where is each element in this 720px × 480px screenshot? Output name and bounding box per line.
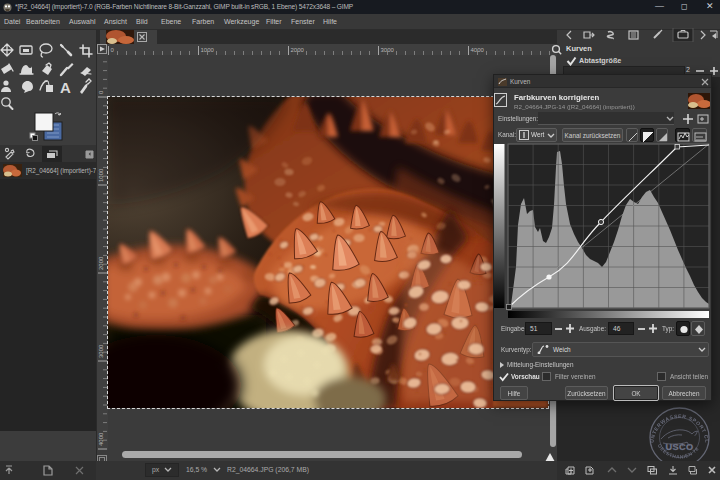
svg-text:4000: 4000 (98, 432, 104, 446)
svg-text:3000: 3000 (381, 47, 395, 53)
svg-text:A: A (60, 79, 71, 96)
svg-text:3000: 3000 (98, 344, 104, 358)
svg-text:4000: 4000 (471, 47, 485, 53)
svg-text:2000: 2000 (291, 47, 305, 53)
svg-text:1000: 1000 (201, 47, 215, 53)
svg-text:UNTERWASSER SPORT CLUB: UNTERWASSER SPORT CLUB (646, 404, 711, 443)
svg-text:2000: 2000 (98, 256, 104, 270)
svg-text:1000: 1000 (98, 168, 104, 182)
svg-text:USCO: USCO (665, 442, 693, 452)
